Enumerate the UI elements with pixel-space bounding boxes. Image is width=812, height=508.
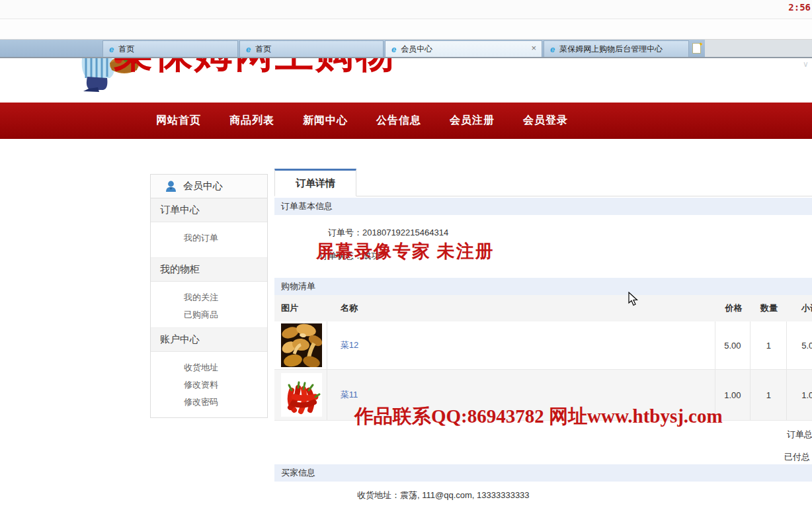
- shipping-address-label: 收货地址：: [274, 489, 400, 501]
- tab-bar: e 首页 e 首页 e 会员中心 × e 菜保姆网上购物后台管理中心 ✦: [0, 40, 812, 58]
- new-tab-button[interactable]: ✦: [690, 42, 704, 55]
- cell-name: 菜12: [327, 321, 715, 369]
- new-tab-spark-icon: ✦: [698, 41, 704, 48]
- cell-image: [274, 321, 327, 369]
- cell-subtotal: 1.00: [787, 370, 812, 420]
- tabbar-right-space: [705, 40, 812, 57]
- section-title: 我的物柜: [160, 263, 200, 276]
- order-number-row: 订单号： 201807192215464314: [274, 221, 812, 244]
- page-chevron-down-icon: ∨: [803, 60, 809, 69]
- section-basic-info: 订单基本信息: [274, 198, 812, 215]
- tab-admin-center[interactable]: e 菜保姆网上购物后台管理中心: [544, 40, 689, 57]
- tab-home-2[interactable]: e 首页: [239, 40, 384, 57]
- tab-label: 菜保姆网上购物后台管理中心: [559, 44, 663, 55]
- product-link[interactable]: 菜11: [341, 389, 358, 401]
- site-logo-text[interactable]: 菜保姆网上购物: [114, 58, 396, 75]
- order-number-label: 订单号：: [274, 227, 362, 239]
- col-image: 图片: [274, 302, 327, 314]
- tab-order-detail[interactable]: 订单详情: [274, 169, 356, 196]
- order-detail-panel: 订单详情 订单基本信息 订单号： 201807192215464314 订单状态…: [274, 169, 812, 505]
- table-row: 菜11 1.00 1 1.00: [274, 370, 812, 421]
- cell-price: 5.00: [715, 321, 751, 369]
- cell-name: 菜11: [327, 370, 715, 420]
- order-totals: 订单总 已付总: [274, 421, 812, 464]
- section-title: 账户中心: [160, 333, 200, 346]
- col-price: 价格: [716, 302, 751, 314]
- cell-price: 1.00: [715, 370, 751, 420]
- nav-login[interactable]: 会员登录: [523, 114, 568, 128]
- section-items: 我的关注 已购商品: [151, 282, 267, 328]
- ie-tab-icon: e: [109, 44, 114, 54]
- cart-table: 图片 名称 价格 数量 小计: [274, 295, 812, 421]
- browser-titlebar: 2:56: [0, 0, 812, 19]
- col-subtotal: 小计: [787, 302, 812, 314]
- site-logo-strip: 菜保姆网上购物: [0, 58, 812, 93]
- tab-member-center[interactable]: e 会员中心 ×: [385, 40, 542, 57]
- order-status-value: 成功: [362, 250, 380, 262]
- order-number-value: 201807192215464314: [362, 228, 448, 237]
- table-row: 菜12 5.00 1 5.00: [274, 321, 812, 370]
- cell-image: [274, 370, 327, 420]
- sidebar-header: 会员中心: [151, 175, 267, 198]
- sidebar-section-orders: 订单中心: [151, 198, 267, 222]
- nav-products[interactable]: 商品列表: [229, 114, 274, 128]
- section-buyer-info: 买家信息: [274, 464, 812, 482]
- nav-news[interactable]: 新闻中心: [303, 114, 348, 128]
- cart-table-header: 图片 名称 价格 数量 小计: [274, 295, 812, 321]
- member-sidebar: 会员中心 订单中心 我的订单 我的物柜 我的关注 已购商品 账户中心 收货地址 …: [150, 174, 268, 418]
- sidebar-item-my-orders[interactable]: 我的订单: [151, 230, 267, 247]
- sidebar-item-edit-profile[interactable]: 修改资料: [151, 376, 267, 394]
- order-basic-rows: 订单号： 201807192215464314 订单状态： 成功: [274, 215, 812, 276]
- address-bar: ▾ e http://localhost:19511/member/OrderD…: [0, 19, 812, 40]
- tab-close-icon[interactable]: ×: [531, 44, 536, 53]
- screen: 2:56 ▾ e http://localhost:19511/member/O…: [0, 0, 812, 508]
- section-title: 订单中心: [160, 204, 200, 216]
- sidebar-section-account: 账户中心: [151, 328, 267, 352]
- product-image-chili[interactable]: [281, 373, 322, 417]
- product-image-mushrooms[interactable]: [281, 323, 322, 367]
- tab-home-1[interactable]: e 首页: [102, 40, 238, 57]
- cell-subtotal: 5.00: [787, 321, 812, 369]
- nav-home[interactable]: 网站首页: [156, 114, 201, 128]
- product-link[interactable]: 菜12: [341, 339, 358, 351]
- sidebar-item-change-password[interactable]: 修改密码: [151, 394, 267, 411]
- col-name: 名称: [327, 302, 716, 314]
- sidebar-item-purchased[interactable]: 已购商品: [151, 306, 267, 323]
- section-items: 我的订单: [151, 222, 267, 258]
- section-cart: 购物清单: [274, 278, 812, 295]
- sidebar-section-locker: 我的物柜: [151, 258, 267, 282]
- paid-total-label: 已付总: [784, 451, 810, 463]
- sidebar-item-my-follows[interactable]: 我的关注: [151, 289, 267, 306]
- nav-register[interactable]: 会员注册: [450, 114, 495, 128]
- shipping-address-value: 震荡, 111@qq.com, 13333333333: [400, 489, 530, 501]
- main-nav: 网站首页 商品列表 新闻中心 公告信息 会员注册 会员登录: [0, 103, 812, 139]
- col-qty: 数量: [751, 302, 787, 314]
- detail-tab-row: 订单详情: [274, 169, 812, 196]
- ie-tab-icon: e: [391, 44, 396, 54]
- tab-label: 会员中心: [401, 44, 432, 55]
- nav-notices[interactable]: 公告信息: [376, 114, 421, 128]
- recording-clock: 2:56: [788, 2, 811, 13]
- order-status-label: 订单状态：: [274, 250, 362, 262]
- sidebar-item-address[interactable]: 收货地址: [151, 359, 267, 376]
- member-person-icon: [165, 181, 177, 192]
- cell-qty: 1: [751, 370, 787, 420]
- sidebar-title: 会员中心: [183, 180, 223, 192]
- tab-label: 首页: [255, 44, 271, 55]
- order-total-label: 订单总: [787, 429, 812, 441]
- ie-tab-icon: e: [550, 44, 555, 54]
- ie-tab-icon: e: [246, 44, 251, 54]
- tab-label: 首页: [118, 44, 134, 55]
- cell-qty: 1: [751, 321, 787, 369]
- section-items: 收货地址 修改资料 修改密码: [151, 352, 267, 418]
- shipping-address-row: 收货地址： 震荡, 111@qq.com, 13333333333: [274, 486, 812, 505]
- order-status-row: 订单状态： 成功: [274, 244, 812, 267]
